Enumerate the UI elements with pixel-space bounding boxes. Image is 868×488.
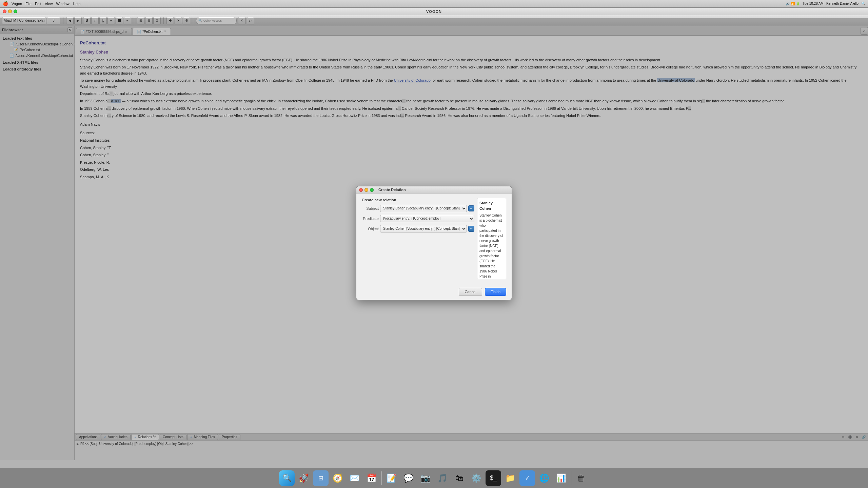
dock-notes[interactable]: 📝	[384, 470, 399, 486]
dock-safari[interactable]: 🧭	[330, 470, 346, 486]
dialog-min-btn[interactable]	[364, 188, 368, 192]
subject-label: Subject	[362, 206, 379, 210]
dock: 🔍 🚀 ⊞ 🧭 ✉️ 📅 📝 💬 📷 🎵 🛍 ⚙️ $_ 📁 ✓ 🌐	[0, 468, 868, 488]
dock-trash[interactable]: 🗑	[573, 470, 589, 486]
preview-name: Stanley Cohen	[479, 200, 504, 211]
dock-itunes[interactable]: 🎵	[435, 470, 450, 486]
calendar-icon: 📅	[367, 473, 377, 483]
minimize-button[interactable]	[8, 9, 12, 13]
menu-bar: 🍎 Vogon File Edit View Window Help 🔊 📶 🔋…	[0, 0, 868, 7]
object-label: Object	[362, 227, 379, 231]
messages-icon: 💬	[403, 473, 414, 483]
dock-mail[interactable]: ✉️	[347, 470, 362, 486]
title-bar: VOGON	[0, 8, 868, 15]
dock-finder[interactable]: 🔍	[279, 470, 295, 486]
menu-bar-time: Tue 10:28 AM	[803, 2, 824, 5]
dock-terminal[interactable]: $_	[486, 470, 501, 486]
dock-sysprefs[interactable]: ⚙️	[469, 470, 484, 486]
menu-file[interactable]: File	[25, 2, 32, 6]
object-select[interactable]: Stanley Cohen [Vocabulary entry: ] [Conc…	[380, 225, 467, 232]
dialog-preview: Stanley Cohen Stanley Cohen is a biochem…	[477, 198, 506, 279]
create-relation-dialog: Create Relation Create new relation Subj…	[356, 186, 512, 300]
trash-icon: 🗑	[577, 473, 585, 483]
chrome-icon: 🌐	[539, 473, 549, 483]
excel-icon: 📊	[556, 473, 566, 483]
dock-wunderkit[interactable]: ✓	[519, 470, 535, 486]
dock-facetime[interactable]: 📷	[418, 470, 433, 486]
menu-bar-user: Kenneth Daniel Aiello	[826, 2, 859, 5]
finder-icon: 🔍	[282, 474, 292, 483]
dock-chrome[interactable]: 🌐	[536, 470, 552, 486]
modal-overlay: Create Relation Create new relation Subj…	[0, 18, 868, 468]
sysprefs-icon: ⚙️	[471, 473, 481, 483]
subject-edit-btn[interactable]: ✏	[468, 205, 474, 211]
predicate-select[interactable]: [Vocabulary entry: ] [Concept: employ]	[380, 215, 474, 222]
launchpad-icon: 🚀	[299, 473, 309, 483]
safari-icon: 🧭	[333, 473, 343, 483]
object-edit-btn[interactable]: ✏	[468, 226, 474, 232]
apple-menu[interactable]: 🍎	[3, 1, 8, 6]
subject-select[interactable]: Stanley Cohen [Vocabulary entry: ] [Conc…	[380, 205, 467, 212]
itunes-icon: 🎵	[437, 473, 448, 483]
menu-edit[interactable]: Edit	[35, 2, 41, 6]
dock-expose[interactable]: ⊞	[313, 470, 329, 486]
appstore-icon: 🛍	[455, 473, 463, 483]
wunderkit-icon: ✓	[525, 474, 530, 482]
dock-separator-1	[381, 471, 382, 485]
dock-finder2[interactable]: 📁	[502, 470, 518, 486]
dock-separator-2	[571, 471, 571, 485]
menu-vogon[interactable]: Vogon	[12, 2, 22, 6]
finder2-icon: 📁	[505, 473, 515, 483]
terminal-icon: $_	[490, 474, 497, 482]
cancel-button[interactable]: Cancel	[459, 288, 482, 296]
menu-view[interactable]: View	[45, 2, 53, 6]
dock-excel[interactable]: 📊	[553, 470, 569, 486]
dock-appstore[interactable]: 🛍	[452, 470, 467, 486]
dock-messages[interactable]: 💬	[401, 470, 416, 486]
dialog-traffic-lights	[359, 188, 374, 192]
dock-launchpad[interactable]: 🚀	[296, 470, 312, 486]
dialog-form: Create new relation Subject Stanley Cohe…	[362, 198, 474, 279]
dialog-close-btn[interactable]	[359, 188, 363, 192]
mail-icon: ✉️	[350, 473, 360, 483]
subject-row: Subject Stanley Cohen [Vocabulary entry:…	[362, 205, 474, 212]
menu-help[interactable]: Help	[73, 2, 81, 6]
predicate-label: Predicate	[362, 217, 379, 221]
menu-window[interactable]: Window	[56, 2, 70, 6]
notes-icon: 📝	[387, 473, 397, 483]
preview-text: Stanley Cohen is a biochemist who partic…	[479, 213, 504, 279]
facetime-icon: 📷	[420, 473, 431, 483]
object-row: Object Stanley Cohen [Vocabulary entry: …	[362, 225, 474, 232]
dialog-subtitle: Create new relation	[362, 198, 474, 202]
dialog-footer: Cancel Finish	[356, 285, 512, 300]
window-title: VOGON	[426, 9, 442, 14]
menu-bar-icons: 🔊 📶 🔋	[786, 2, 800, 5]
close-button[interactable]	[3, 9, 6, 13]
dialog-body: Create new relation Subject Stanley Cohe…	[356, 194, 512, 283]
dialog-max-btn[interactable]	[370, 188, 374, 192]
expose-icon: ⊞	[318, 474, 323, 482]
predicate-row: Predicate [Vocabulary entry: ] [Concept:…	[362, 215, 474, 222]
dock-calendar[interactable]: 📅	[364, 470, 379, 486]
traffic-lights	[3, 9, 17, 13]
dialog-title: Create Relation	[378, 188, 406, 192]
search-icon[interactable]: 🔍	[861, 2, 865, 5]
maximize-button[interactable]	[14, 9, 17, 13]
finish-button[interactable]: Finish	[485, 288, 506, 296]
dialog-titlebar: Create Relation	[356, 186, 512, 194]
